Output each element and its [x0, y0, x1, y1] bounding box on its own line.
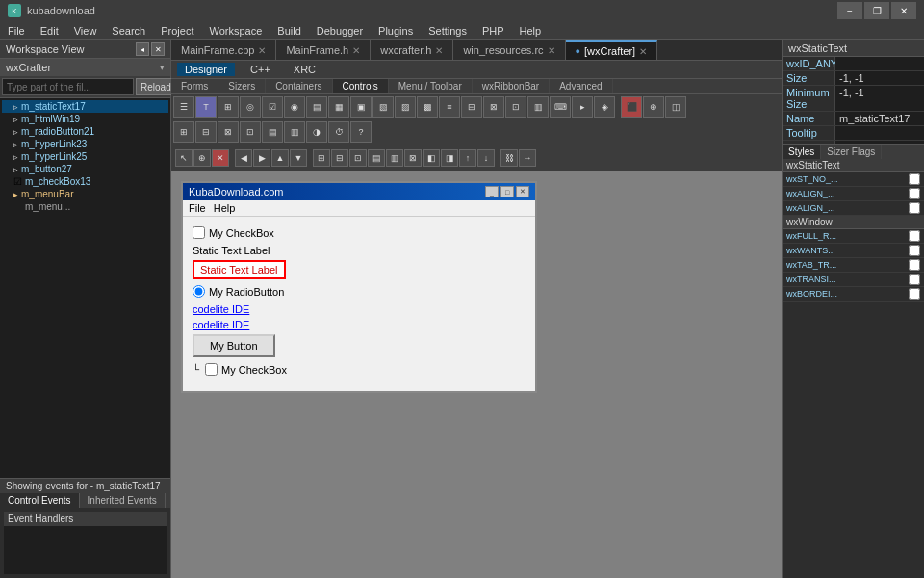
ctrl-tab-sizers[interactable]: Sizers [218, 79, 266, 93]
action-btn-up[interactable]: ▲ [271, 149, 289, 167]
action-btn-align4[interactable]: ▤ [368, 149, 385, 167]
tab-wxcrafter-h[interactable]: wxcrafter.h ✕ [371, 40, 453, 60]
tree-item-8[interactable]: m_menu... [2, 200, 168, 213]
action-btn-align9[interactable]: ↑ [459, 149, 476, 167]
tree-item-3[interactable]: ▹ m_hyperLink23 [2, 138, 168, 150]
prop-val-1[interactable]: -1, -1 [835, 71, 924, 85]
tree-item-0[interactable]: ▹ m_staticText17 [2, 100, 168, 113]
ctrl-tab-forms[interactable]: Forms [171, 79, 218, 93]
action-btn-align6[interactable]: ⊠ [404, 149, 422, 167]
ctrl-tab-advanced[interactable]: Advanced [550, 79, 612, 93]
maximize-button[interactable]: ❐ [864, 2, 889, 19]
tb-btn-r2-9[interactable]: ? [350, 121, 372, 143]
designer-tab-cpp[interactable]: C++ [243, 63, 278, 76]
sim-radio-input[interactable] [192, 285, 205, 298]
styles-tab-sizer[interactable]: Sizer Flags [821, 144, 882, 159]
action-btn-align10[interactable]: ↓ [477, 149, 495, 167]
events-tab-inherited[interactable]: Inherited Events [80, 493, 166, 508]
events-tab-control[interactable]: Control Events [0, 493, 80, 508]
designer-tab-designer[interactable]: Designer [177, 63, 235, 76]
action-btn-link2[interactable]: ↔ [519, 149, 536, 167]
menu-plugins[interactable]: Plugins [371, 23, 421, 39]
action-btn-align3[interactable]: ⊡ [349, 149, 367, 167]
sim-checkbox-input-2[interactable] [205, 363, 218, 376]
ctrl-tab-controls2[interactable]: Controls [333, 79, 389, 93]
action-btn-align5[interactable]: ▥ [386, 149, 403, 167]
prop-val-4[interactable] [835, 126, 924, 140]
tb-btn-17[interactable]: ▥ [527, 96, 549, 118]
action-btn-down[interactable]: ▼ [290, 149, 307, 167]
tb-btn-r2-3[interactable]: ⊠ [218, 121, 239, 143]
sim-menu-help[interactable]: Help [214, 202, 236, 214]
action-btn-select[interactable]: ↖ [175, 149, 192, 167]
action-btn-delete[interactable]: ✕ [212, 149, 229, 167]
tb-btn-12[interactable]: ▩ [417, 96, 438, 118]
design-canvas[interactable]: KubaDownload.com _ □ ✕ File Help [171, 171, 782, 578]
menu-php[interactable]: PHP [475, 23, 512, 39]
tb-btn-3[interactable]: ⊞ [218, 96, 239, 118]
tb-btn-14[interactable]: ⊟ [461, 96, 482, 118]
tab-win-resources[interactable]: win_resources.rc ✕ [453, 40, 565, 60]
tb-btn-5[interactable]: ☑ [262, 96, 283, 118]
action-btn-align1[interactable]: ⊞ [313, 149, 330, 167]
tb-btn-6[interactable]: ◉ [284, 96, 305, 118]
menu-edit[interactable]: Edit [33, 23, 66, 39]
styles-check-2[interactable] [909, 202, 920, 214]
tb-btn-15[interactable]: ⊠ [483, 96, 504, 118]
close-button[interactable]: ✕ [891, 2, 916, 19]
tree-item-4[interactable]: ▹ m_hyperLink25 [2, 150, 168, 163]
sim-close[interactable]: ✕ [516, 186, 529, 197]
tb-btn-20[interactable]: ◈ [594, 96, 615, 118]
tb-btn-r2-5[interactable]: ▤ [262, 121, 283, 143]
sim-menu-file[interactable]: File [189, 202, 206, 214]
workspace-search-input[interactable] [2, 78, 134, 95]
sim-minimize[interactable]: _ [485, 186, 499, 197]
tb-btn-r2-1[interactable]: ⊞ [173, 121, 194, 143]
styles-tab-styles[interactable]: Styles [783, 144, 821, 159]
menu-workspace[interactable]: Workspace [201, 23, 270, 39]
styles-check-1[interactable] [909, 188, 920, 199]
sim-link-2[interactable]: codelite IDE [192, 319, 526, 330]
panel-close-button[interactable]: ✕ [151, 42, 165, 56]
action-btn-next[interactable]: ▶ [253, 149, 270, 167]
sim-link-1[interactable]: codelite IDE [192, 303, 526, 315]
minimize-button[interactable]: − [837, 2, 862, 19]
styles-check-0[interactable] [909, 173, 920, 185]
prop-val-2[interactable]: -1, -1 [835, 86, 924, 111]
menu-debugger[interactable]: Debugger [309, 23, 371, 39]
reload-button[interactable]: Reload [136, 78, 176, 95]
menu-help[interactable]: Help [512, 23, 550, 39]
tb-btn-1[interactable]: ☰ [173, 96, 194, 118]
action-btn-align2[interactable]: ⊟ [331, 149, 348, 167]
prop-val-3[interactable]: m_staticText17 [835, 112, 924, 125]
tb-btn-21[interactable]: ⬛ [621, 96, 642, 118]
tb-btn-8[interactable]: ▦ [328, 96, 349, 118]
tb-btn-9[interactable]: ▣ [350, 96, 372, 118]
menu-view[interactable]: View [66, 23, 105, 39]
tb-btn-4[interactable]: ◎ [240, 96, 261, 118]
workspace-dropdown-icon[interactable]: ▾ [160, 63, 165, 72]
tab-close-1[interactable]: ✕ [352, 45, 360, 56]
sim-checkbox-input-1[interactable] [192, 226, 205, 239]
tree-item-5[interactable]: ▹ m_button27 [2, 163, 168, 175]
tb-btn-10[interactable]: ▧ [372, 96, 394, 118]
tb-btn-r2-4[interactable]: ⊡ [240, 121, 261, 143]
sim-button[interactable]: My Button [192, 334, 275, 357]
tb-btn-13[interactable]: ≡ [439, 96, 460, 118]
tb-btn-22[interactable]: ⊕ [643, 96, 664, 118]
action-btn-prev[interactable]: ◀ [235, 149, 252, 167]
styles-check-6[interactable] [909, 274, 920, 285]
tb-btn-r2-8[interactable]: ⏱ [328, 121, 349, 143]
tb-btn-2[interactable]: T [195, 96, 217, 118]
tb-btn-7[interactable]: ▤ [306, 96, 327, 118]
tree-item-1[interactable]: ▹ m_htmlWin19 [2, 113, 168, 125]
menu-build[interactable]: Build [270, 23, 308, 39]
tree-item-7[interactable]: ▸ m_menuBar [2, 188, 168, 200]
menu-settings[interactable]: Settings [421, 23, 475, 39]
tab-mainframe-cpp[interactable]: MainFrame.cpp ✕ [171, 40, 276, 60]
tb-btn-16[interactable]: ⊡ [505, 96, 526, 118]
styles-check-7[interactable] [909, 288, 920, 300]
tree-item-6[interactable]: ☑ m_checkBox13 [2, 175, 168, 188]
tree-item-2[interactable]: ▹ m_radioButton21 [2, 125, 168, 138]
tb-btn-18[interactable]: ⌨ [550, 96, 571, 118]
